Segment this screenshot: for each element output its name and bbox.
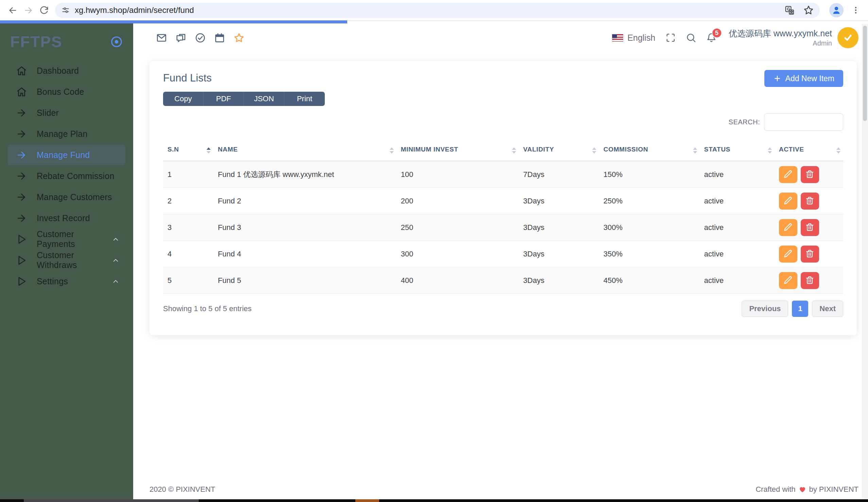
pencil-icon xyxy=(783,222,793,233)
edit-row-button[interactable] xyxy=(779,166,797,183)
url-text[interactable]: xg.hwym.shop/admin/secret/fund xyxy=(75,6,776,15)
browser-scrollbar[interactable] xyxy=(862,24,868,499)
column-header-name[interactable]: NAME xyxy=(213,140,396,161)
export-pdf-button[interactable]: PDF xyxy=(204,92,244,106)
sidebar-item-invest-record[interactable]: Invest Record xyxy=(8,208,126,229)
export-print-button[interactable]: Print xyxy=(285,92,325,106)
cell-commission: 250% xyxy=(599,188,700,214)
edit-row-button[interactable] xyxy=(779,272,797,289)
browser-back-button[interactable] xyxy=(5,2,20,18)
sidebar-item-bonus-code[interactable]: Bonus Code xyxy=(8,81,126,102)
calendar-icon[interactable] xyxy=(214,33,225,43)
sidebar-item-label: Rebate Commission xyxy=(37,171,114,181)
table-row: 1Fund 1 优选源码库 www.yxymk.net1007Days150%a… xyxy=(163,161,843,188)
sort-carets-icon xyxy=(768,147,772,154)
export-copy-button[interactable]: Copy xyxy=(163,92,204,106)
delete-row-button[interactable] xyxy=(801,166,819,183)
topbar-quick-icons xyxy=(156,33,244,43)
column-header-commission[interactable]: COMMISSION xyxy=(599,140,700,161)
sidebar-item-label: Customer Withdraws xyxy=(37,250,112,270)
check-circle-icon[interactable] xyxy=(195,33,206,43)
delete-row-button[interactable] xyxy=(801,272,819,289)
sidebar-item-label: Dashboard xyxy=(37,66,79,76)
delete-row-button[interactable] xyxy=(801,245,819,263)
address-bar[interactable]: xg.hwym.shop/admin/secret/fund G xyxy=(55,3,820,18)
user-name: 优选源码库 www.yxymk.net xyxy=(729,28,832,39)
cell-sn: 2 xyxy=(163,188,213,214)
cell-minimum-invest: 200 xyxy=(396,188,519,214)
column-header-validity[interactable]: VALIDITY xyxy=(519,140,599,161)
column-header-active[interactable]: ACTIVE xyxy=(775,140,843,161)
cell-validity: 7Days xyxy=(519,161,599,188)
sidebar-item-settings[interactable]: Settings xyxy=(8,271,126,292)
sidebar-item-rebate-commission[interactable]: Rebate Commission xyxy=(8,165,126,187)
sidebar-item-label: Manage Plan xyxy=(37,129,87,139)
arrow-right-icon xyxy=(16,171,27,181)
table-row: 4Fund 43003Days350%active xyxy=(163,241,843,267)
sidebar-item-label: Bonus Code xyxy=(37,87,84,97)
column-header-s-n[interactable]: S.N xyxy=(163,140,213,161)
translate-icon[interactable]: G xyxy=(784,5,795,15)
column-header-status[interactable]: STATUS xyxy=(700,140,775,161)
chat-icon[interactable] xyxy=(176,33,186,43)
sidebar-pin-toggle[interactable] xyxy=(110,35,124,49)
cell-name: Fund 3 xyxy=(213,214,396,241)
sidebar-item-customer-withdraws[interactable]: Customer Withdraws xyxy=(8,250,126,271)
language-selector[interactable]: English xyxy=(628,33,655,43)
home-icon xyxy=(16,65,27,76)
sidebar-item-manage-plan[interactable]: Manage Plan xyxy=(8,123,126,144)
copyright-text: 2020 © PIXINVENT xyxy=(149,485,215,494)
crafted-text: Crafted with by PIXINVENT xyxy=(756,485,858,494)
site-info-icon[interactable] xyxy=(61,6,70,14)
pencil-icon xyxy=(783,275,793,286)
notification-badge: 5 xyxy=(712,28,722,38)
delete-row-button[interactable] xyxy=(801,219,819,236)
mail-icon[interactable] xyxy=(156,33,167,43)
star-icon[interactable] xyxy=(234,33,244,43)
screen: xg.hwym.shop/admin/secret/fund G FFTPS D… xyxy=(0,0,868,502)
trash-icon xyxy=(805,196,814,206)
sidebar-item-label: Customer Payments xyxy=(37,229,112,249)
edit-row-button[interactable] xyxy=(779,245,797,263)
user-avatar[interactable] xyxy=(837,27,858,48)
delete-row-button[interactable] xyxy=(801,192,819,210)
sidebar-item-manage-fund[interactable]: Manage Fund xyxy=(8,144,126,165)
pagination-page-1-button[interactable]: 1 xyxy=(792,301,808,317)
sidebar: FFTPS DashboardBonus CodeSliderManage Pl… xyxy=(0,21,133,499)
chevron-up-icon xyxy=(112,236,120,243)
trash-icon xyxy=(805,169,814,180)
fund-lists-card: Fund Lists CopyPDFJSONPrint Add New Item… xyxy=(149,61,857,335)
search-icon[interactable] xyxy=(686,33,696,43)
pencil-icon xyxy=(783,169,793,180)
browser-profile-avatar[interactable] xyxy=(829,3,844,17)
add-new-item-button[interactable]: Add New Item xyxy=(764,70,843,87)
edit-row-button[interactable] xyxy=(779,192,797,210)
browser-refresh-button[interactable] xyxy=(36,2,52,18)
table-search-input[interactable] xyxy=(764,113,843,131)
arrow-right-icon xyxy=(16,108,27,118)
sidebar-item-label: Manage Fund xyxy=(37,150,90,160)
pagination-previous-button[interactable]: Previous xyxy=(742,301,788,317)
main-area: English 5 优选源码库 www.yxymk.net Admin xyxy=(133,21,868,499)
table-row: 2Fund 22003Days250%active xyxy=(163,188,843,214)
export-json-button[interactable]: JSON xyxy=(244,92,285,106)
column-header-minimum-invest[interactable]: MINIMUM INVEST xyxy=(396,140,519,161)
browser-menu-icon[interactable] xyxy=(849,3,862,17)
browser-toolbar: xg.hwym.shop/admin/secret/fund G xyxy=(0,0,868,21)
sidebar-item-dashboard[interactable]: Dashboard xyxy=(8,60,126,81)
pagination-next-button[interactable]: Next xyxy=(812,301,843,317)
edit-row-button[interactable] xyxy=(779,219,797,236)
pencil-icon xyxy=(783,249,793,259)
sidebar-item-manage-customers[interactable]: Manage Customers xyxy=(8,187,126,208)
fullscreen-icon[interactable] xyxy=(665,33,676,43)
sidebar-item-slider[interactable]: Slider xyxy=(8,102,126,123)
page-footer: 2020 © PIXINVENT Crafted with by PIXINVE… xyxy=(149,485,858,494)
cell-actions xyxy=(775,241,843,267)
browser-forward-button[interactable] xyxy=(20,2,36,18)
bookmark-star-icon[interactable] xyxy=(804,5,814,15)
sidebar-item-customer-payments[interactable]: Customer Payments xyxy=(8,229,126,250)
scrollbar-thumb[interactable] xyxy=(863,26,867,121)
cell-validity: 3Days xyxy=(519,267,599,294)
sort-carets-icon xyxy=(836,147,840,154)
cell-commission: 150% xyxy=(599,161,700,188)
